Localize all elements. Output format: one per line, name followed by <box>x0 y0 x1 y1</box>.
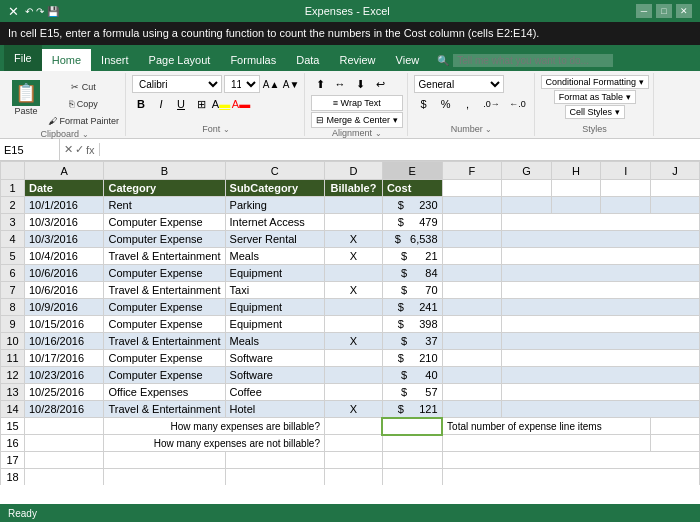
cell-c1[interactable]: SubCategory <box>225 180 324 197</box>
cell-a15[interactable] <box>25 418 104 435</box>
align-middle-button[interactable]: ↔ <box>331 75 349 93</box>
cell-g6[interactable] <box>502 265 700 282</box>
cell-e13[interactable]: $ 57 <box>382 384 442 401</box>
cell-a11[interactable]: 10/17/2016 <box>25 350 104 367</box>
text-wrap-button[interactable]: ↩ <box>371 75 389 93</box>
cell-g3[interactable] <box>502 214 700 231</box>
cell-h2[interactable] <box>551 197 601 214</box>
cell-c9[interactable]: Equipment <box>225 316 324 333</box>
cell-a2[interactable]: 10/1/2016 <box>25 197 104 214</box>
cell-d3[interactable] <box>325 214 383 231</box>
decrease-font-button[interactable]: A▼ <box>282 75 300 93</box>
cell-g14[interactable] <box>502 401 700 418</box>
col-header-g[interactable]: G <box>502 162 552 180</box>
col-header-c[interactable]: C <box>225 162 324 180</box>
cell-d2[interactable] <box>325 197 383 214</box>
cell-d4[interactable]: X <box>325 231 383 248</box>
cell-g1[interactable] <box>502 180 552 197</box>
col-header-h[interactable]: H <box>551 162 601 180</box>
cell-b7[interactable]: Travel & Entertainment <box>104 282 225 299</box>
cell-e18[interactable] <box>382 469 442 486</box>
cell-e9[interactable]: $ 398 <box>382 316 442 333</box>
cell-e11[interactable]: $ 210 <box>382 350 442 367</box>
cell-a10[interactable]: 10/16/2016 <box>25 333 104 350</box>
cell-d14[interactable]: X <box>325 401 383 418</box>
cell-c18[interactable] <box>225 469 324 486</box>
cell-c14[interactable]: Hotel <box>225 401 324 418</box>
cell-f2[interactable] <box>442 197 502 214</box>
cell-c6[interactable]: Equipment <box>225 265 324 282</box>
cell-e15[interactable] <box>382 418 442 435</box>
cell-a1[interactable]: Date <box>25 180 104 197</box>
cell-d6[interactable] <box>325 265 383 282</box>
cell-f9[interactable] <box>442 316 502 333</box>
border-button[interactable]: ⊞ <box>192 95 210 113</box>
cell-j1[interactable] <box>651 180 700 197</box>
ribbon-search-input[interactable] <box>453 54 613 67</box>
cell-j16[interactable] <box>651 435 700 452</box>
cell-a6[interactable]: 10/6/2016 <box>25 265 104 282</box>
cell-g2[interactable] <box>502 197 552 214</box>
comma-button[interactable]: , <box>458 95 478 113</box>
cell-c11[interactable]: Software <box>225 350 324 367</box>
cell-d13[interactable] <box>325 384 383 401</box>
cell-b8[interactable]: Computer Expense <box>104 299 225 316</box>
cell-f14[interactable] <box>442 401 502 418</box>
bold-button[interactable]: B <box>132 95 150 113</box>
currency-button[interactable]: $ <box>414 95 434 113</box>
paste-button[interactable]: 📋 Paste <box>8 77 44 119</box>
cell-d16[interactable] <box>325 435 383 452</box>
merge-center-button[interactable]: ⊟ Merge & Center ▾ <box>311 112 403 128</box>
cell-f15[interactable]: Total number of expense line items <box>442 418 650 435</box>
col-header-e[interactable]: E <box>382 162 442 180</box>
cell-c2[interactable]: Parking <box>225 197 324 214</box>
maximize-button[interactable]: □ <box>656 4 672 18</box>
cell-e14[interactable]: $ 121 <box>382 401 442 418</box>
cell-b5[interactable]: Travel & Entertainment <box>104 248 225 265</box>
cell-d11[interactable] <box>325 350 383 367</box>
cell-a7[interactable]: 10/6/2016 <box>25 282 104 299</box>
cell-f17[interactable] <box>442 452 699 469</box>
cell-b12[interactable]: Computer Expense <box>104 367 225 384</box>
cell-a18[interactable] <box>25 469 104 486</box>
close-button[interactable]: ✕ <box>676 4 692 18</box>
minimize-button[interactable]: ─ <box>636 4 652 18</box>
cell-d8[interactable] <box>325 299 383 316</box>
cell-c10[interactable]: Meals <box>225 333 324 350</box>
cell-d9[interactable] <box>325 316 383 333</box>
percent-button[interactable]: % <box>436 95 456 113</box>
cell-b10[interactable]: Travel & Entertainment <box>104 333 225 350</box>
tab-review[interactable]: Review <box>329 49 385 71</box>
cell-b15[interactable]: How many expenses are billable? <box>104 418 325 435</box>
tab-home[interactable]: Home <box>42 49 91 71</box>
cancel-formula-button[interactable]: ✕ <box>64 143 73 156</box>
cell-a12[interactable]: 10/23/2016 <box>25 367 104 384</box>
cell-f13[interactable] <box>442 384 502 401</box>
cell-b11[interactable]: Computer Expense <box>104 350 225 367</box>
cell-a9[interactable]: 10/15/2016 <box>25 316 104 333</box>
number-format-select[interactable]: General <box>414 75 504 93</box>
col-header-a[interactable]: A <box>25 162 104 180</box>
underline-button[interactable]: U <box>172 95 190 113</box>
cell-c3[interactable]: Internet Access <box>225 214 324 231</box>
align-top-button[interactable]: ⬆ <box>311 75 329 93</box>
cell-a5[interactable]: 10/4/2016 <box>25 248 104 265</box>
tab-file[interactable]: File <box>4 45 42 71</box>
cell-d10[interactable]: X <box>325 333 383 350</box>
cell-h1[interactable] <box>551 180 601 197</box>
cell-e5[interactable]: $ 21 <box>382 248 442 265</box>
cell-g5[interactable] <box>502 248 700 265</box>
cell-f1[interactable] <box>442 180 502 197</box>
cell-d15[interactable] <box>325 418 383 435</box>
cell-g10[interactable] <box>502 333 700 350</box>
tab-data[interactable]: Data <box>286 49 329 71</box>
cell-d7[interactable]: X <box>325 282 383 299</box>
cell-g12[interactable] <box>502 367 700 384</box>
cell-f18[interactable] <box>442 469 699 486</box>
cell-f6[interactable] <box>442 265 502 282</box>
cell-e16[interactable] <box>382 435 442 452</box>
cell-e10[interactable]: $ 37 <box>382 333 442 350</box>
col-header-f[interactable]: F <box>442 162 502 180</box>
cell-c8[interactable]: Equipment <box>225 299 324 316</box>
font-name-select[interactable]: Calibri <box>132 75 222 93</box>
